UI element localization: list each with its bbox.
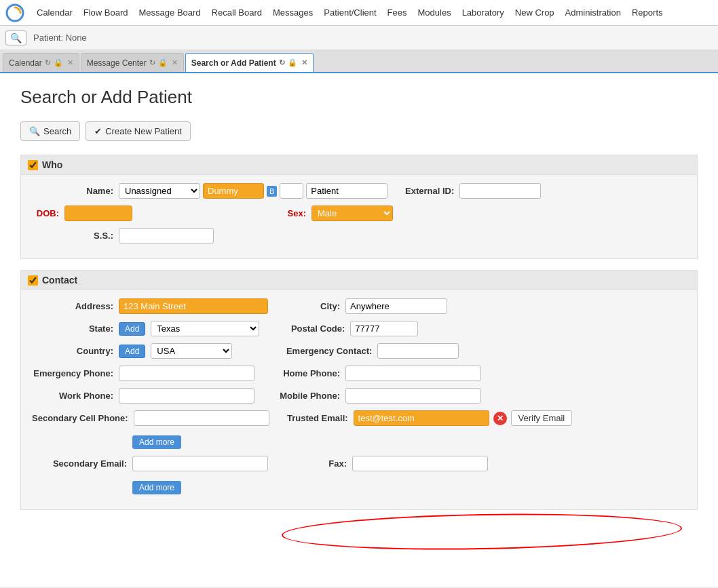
tab-refresh-icon-2[interactable]: ↻	[149, 58, 155, 67]
who-section-body: Name: Unassigned B External ID: DOB: 05/…	[21, 175, 697, 258]
add-more-button[interactable]: Add more	[132, 435, 181, 449]
name-badge-btn[interactable]: B	[267, 186, 277, 197]
nav-modules[interactable]: Modules	[413, 0, 457, 26]
country-select[interactable]: USA	[151, 343, 232, 359]
clear-email-button[interactable]: ✕	[493, 412, 507, 425]
secondary-email-fax-row: Secondary Email: Fax:	[32, 456, 686, 471]
top-nav: Calendar Flow Board Message Board Recall…	[0, 0, 718, 26]
tab-calendar[interactable]: Calendar ↻ 🔒 ✕	[3, 53, 79, 72]
emergency-phone-label: Emergency Phone:	[32, 368, 113, 378]
address-label: Address:	[32, 301, 113, 311]
contact-checkbox[interactable]	[28, 275, 38, 286]
city-label: City:	[299, 301, 340, 311]
name-last-input[interactable]	[306, 183, 388, 199]
tab-refresh-icon-3[interactable]: ↻	[279, 58, 285, 67]
state-label: State:	[32, 324, 113, 334]
tab-close-icon[interactable]: ✕	[67, 58, 73, 67]
nav-fees[interactable]: Fees	[382, 0, 413, 26]
external-id-label: External ID:	[393, 186, 454, 196]
postal-input[interactable]	[350, 321, 418, 336]
secondary-cell-input[interactable]	[134, 410, 269, 426]
tab-pin-icon-3[interactable]: 🔒	[288, 58, 297, 67]
trusted-email-input[interactable]	[354, 410, 489, 426]
work-phone-label: Work Phone:	[32, 391, 113, 401]
state-postal-row: State: Add Texas Postal Code:	[32, 321, 686, 336]
emergency-home-phone-row: Emergency Phone: Home Phone:	[32, 366, 686, 381]
emergency-contact-input[interactable]	[377, 343, 459, 359]
dob-sex-row: DOB: 05/05/1955 Sex: Male Female	[32, 205, 686, 221]
tab-message-center[interactable]: Message Center ↻ 🔒 ✕	[81, 53, 184, 72]
name-first-input[interactable]	[203, 183, 264, 199]
add-more-email-button[interactable]: Add more	[132, 481, 181, 494]
tab-search-add-patient[interactable]: Search or Add Patient ↻ 🔒 ✕	[185, 53, 314, 72]
city-input[interactable]	[345, 298, 447, 314]
name-mi-input[interactable]	[280, 183, 303, 199]
name-prefix-select[interactable]: Unassigned	[119, 183, 200, 199]
nav-new-crop[interactable]: New Crop	[510, 0, 560, 26]
name-fields: Unassigned B	[119, 183, 388, 199]
fax-input[interactable]	[352, 456, 488, 471]
nav-laboratory[interactable]: Laboratory	[457, 0, 510, 26]
checkmark-icon: ✔	[94, 126, 102, 136]
postal-label: Postal Code:	[284, 324, 345, 334]
country-emergency-row: Country: Add USA Emergency Contact:	[32, 343, 686, 359]
nav-flow-board[interactable]: Flow Board	[78, 0, 134, 26]
oval-annotation	[282, 511, 683, 553]
who-section: Who Name: Unassigned B External ID:	[20, 155, 698, 259]
add-more-email-row: Add more	[32, 478, 686, 494]
action-buttons: 🔍 Search ✔ Create New Patient	[20, 121, 698, 141]
sex-label: Sex:	[279, 208, 306, 218]
nav-recall-board[interactable]: Recall Board	[206, 0, 267, 26]
global-search-button[interactable]: 🔍	[5, 31, 26, 45]
main-content: Search or Add Patient 🔍 Search ✔ Create …	[0, 73, 718, 587]
external-id-input[interactable]	[459, 183, 541, 199]
ss-label: S.S.:	[32, 231, 113, 241]
ss-input[interactable]	[119, 228, 214, 243]
state-add-button[interactable]: Add	[119, 322, 145, 336]
tab-pin-icon-2[interactable]: 🔒	[158, 58, 168, 67]
state-select[interactable]: Texas	[151, 321, 259, 336]
name-row: Name: Unassigned B External ID:	[32, 183, 686, 199]
verify-email-container: ✕ Verify Email	[354, 410, 573, 426]
contact-label: Contact	[42, 275, 77, 286]
tab-message-center-label: Message Center	[87, 58, 147, 68]
dob-input[interactable]: 05/05/1955	[64, 205, 132, 221]
patient-label: Patient: None	[33, 33, 87, 43]
nav-message-board[interactable]: Message Board	[134, 0, 206, 26]
search-button[interactable]: 🔍 Search	[20, 121, 80, 141]
tab-close-icon-3[interactable]: ✕	[301, 58, 307, 67]
mobile-phone-label: Mobile Phone:	[279, 391, 340, 401]
nav-messages[interactable]: Messages	[267, 0, 318, 26]
contact-section-header: Contact	[21, 271, 697, 290]
nav-reports[interactable]: Reports	[626, 0, 668, 26]
work-phone-input[interactable]	[119, 388, 254, 404]
nav-patient-client[interactable]: Patient/Client	[318, 0, 381, 26]
name-label: Name:	[32, 186, 113, 196]
secondary-email-input[interactable]	[132, 456, 268, 471]
ss-row: S.S.:	[32, 228, 686, 243]
who-section-header: Who	[21, 155, 697, 175]
work-mobile-phone-row: Work Phone: Mobile Phone:	[32, 388, 686, 404]
patient-bar: 🔍 Patient: None	[0, 26, 718, 50]
mobile-phone-input[interactable]	[345, 388, 481, 404]
nav-administration[interactable]: Administration	[560, 0, 626, 26]
secondary-email-label: Secondary Email:	[32, 458, 127, 469]
address-input[interactable]	[119, 298, 268, 314]
page-title: Search or Add Patient	[20, 87, 698, 108]
home-phone-label: Home Phone:	[279, 368, 340, 378]
create-new-patient-button[interactable]: ✔ Create New Patient	[86, 121, 191, 141]
emergency-phone-input[interactable]	[119, 366, 254, 381]
tab-close-icon-2[interactable]: ✕	[172, 58, 178, 67]
verify-email-button[interactable]: Verify Email	[511, 410, 573, 426]
app-logo[interactable]	[5, 3, 24, 22]
country-add-button[interactable]: Add	[119, 345, 145, 358]
who-checkbox[interactable]	[28, 160, 38, 170]
home-phone-input[interactable]	[345, 366, 481, 381]
fax-label: Fax:	[286, 458, 347, 469]
tab-refresh-icon[interactable]: ↻	[45, 58, 51, 67]
sex-select[interactable]: Male Female	[311, 205, 393, 221]
nav-calendar[interactable]: Calendar	[31, 0, 78, 26]
tab-pin-icon[interactable]: 🔒	[54, 58, 63, 67]
emergency-contact-label: Emergency Contact:	[284, 346, 372, 356]
who-label: Who	[42, 159, 62, 170]
